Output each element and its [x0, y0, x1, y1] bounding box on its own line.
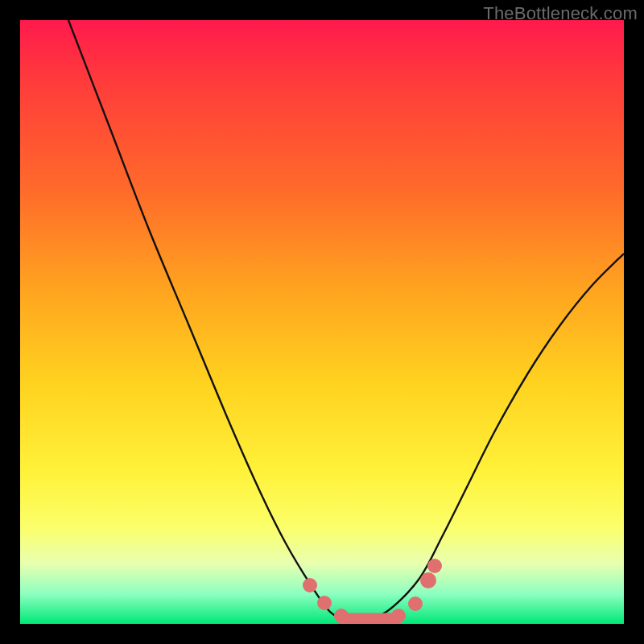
- chart-svg: [20, 20, 624, 624]
- curve-marker: [391, 609, 406, 623]
- bottleneck-curve: [68, 20, 624, 619]
- chart-plot-area: [20, 20, 624, 624]
- curve-marker: [427, 559, 442, 573]
- curve-marker: [317, 596, 332, 610]
- curve-marker: [408, 597, 423, 611]
- watermark-text: TheBottleneck.com: [483, 3, 638, 24]
- curve-marker: [334, 609, 349, 623]
- curve-marker: [420, 572, 436, 588]
- curve-marker: [303, 578, 317, 592]
